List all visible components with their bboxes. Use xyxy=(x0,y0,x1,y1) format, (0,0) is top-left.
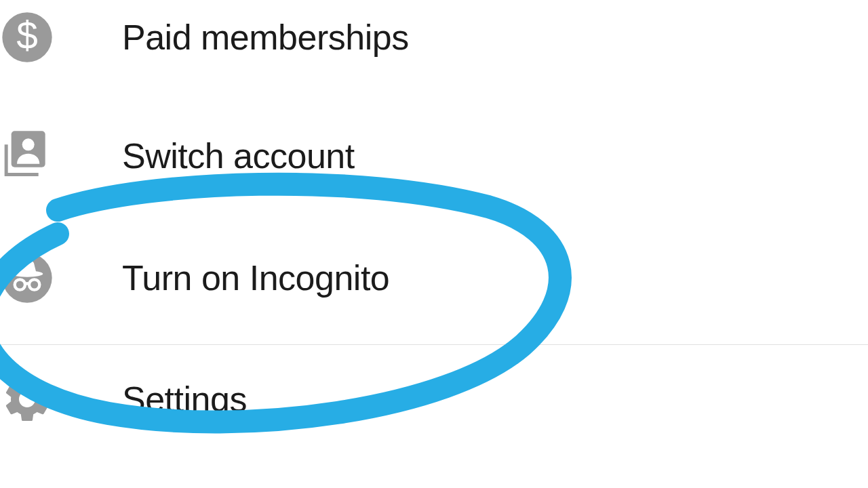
menu-item-paid-memberships[interactable]: $ Paid memberships xyxy=(0,0,868,75)
svg-point-3 xyxy=(22,138,35,150)
menu-item-label: Settings xyxy=(122,379,247,420)
svg-point-4 xyxy=(2,253,52,302)
incognito-icon xyxy=(0,251,122,305)
account-menu: $ Paid memberships Switch account xyxy=(0,0,868,453)
svg-text:$: $ xyxy=(16,14,38,57)
menu-item-label: Switch account xyxy=(122,136,355,176)
menu-item-label: Turn on Incognito xyxy=(122,258,389,298)
menu-item-label: Paid memberships xyxy=(122,17,409,58)
menu-item-settings[interactable]: Settings xyxy=(0,345,868,453)
menu-item-incognito[interactable]: Turn on Incognito xyxy=(0,217,868,339)
gear-icon xyxy=(0,372,122,426)
menu-item-switch-account[interactable]: Switch account xyxy=(0,95,868,217)
dollar-icon: $ xyxy=(0,10,122,64)
switch-account-icon xyxy=(0,129,122,183)
